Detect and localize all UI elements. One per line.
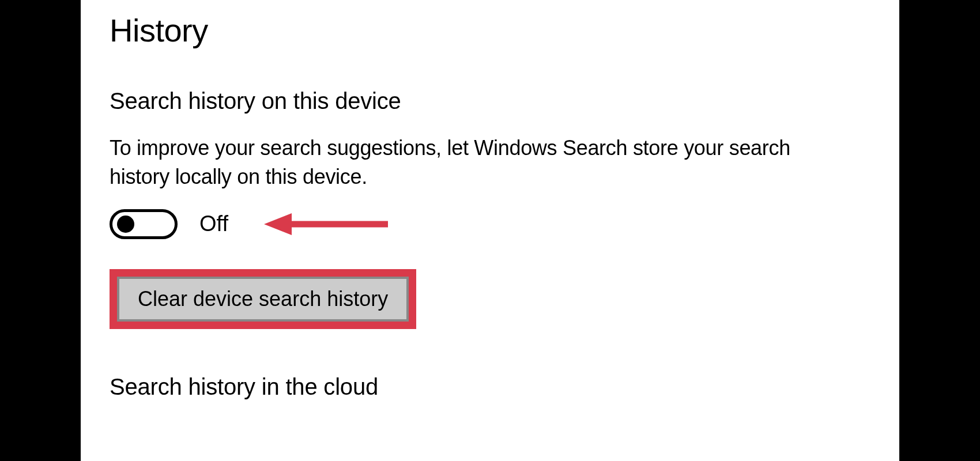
history-toggle[interactable] bbox=[110, 209, 178, 239]
annotation-highlight-box: Clear device search history bbox=[110, 269, 416, 329]
svg-marker-1 bbox=[264, 213, 292, 235]
toggle-state-label: Off bbox=[199, 211, 228, 236]
annotation-arrow-icon bbox=[264, 210, 391, 239]
device-history-heading: Search history on this device bbox=[110, 88, 899, 114]
toggle-knob-icon bbox=[117, 216, 134, 233]
section-title: History bbox=[110, 12, 899, 49]
cloud-history-heading: Search history in the cloud bbox=[110, 374, 899, 400]
settings-panel: History Search history on this device To… bbox=[81, 0, 899, 461]
device-history-description: To improve your search suggestions, let … bbox=[110, 134, 801, 192]
toggle-row: Off bbox=[110, 209, 899, 239]
clear-device-history-button[interactable]: Clear device search history bbox=[117, 277, 409, 322]
